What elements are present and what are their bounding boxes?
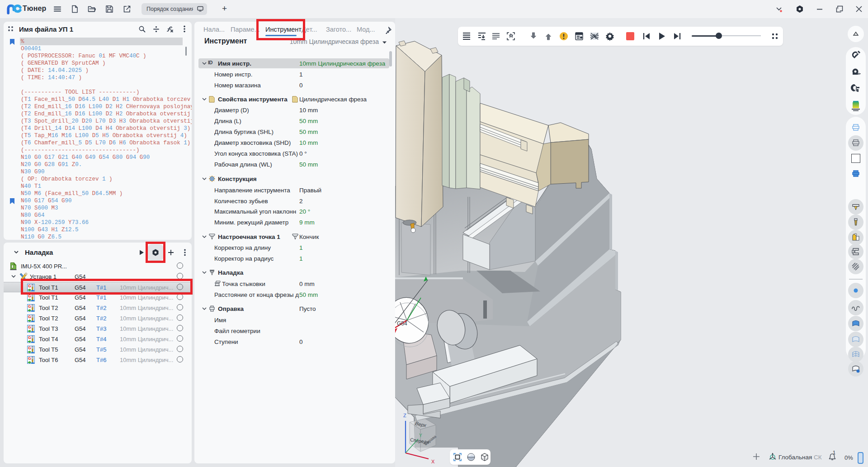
svg-text:Y: Y	[419, 433, 422, 438]
svg-text:1: 1	[833, 451, 835, 455]
svg-text:G: G	[28, 325, 31, 329]
svg-text:G54: G54	[397, 320, 407, 327]
svg-text:G: G	[28, 315, 31, 319]
svg-text:G: G	[28, 356, 31, 361]
svg-text:Z: Z	[403, 413, 406, 418]
svg-text:X: X	[431, 459, 435, 464]
svg-text:G: G	[28, 346, 31, 350]
svg-text:G: G	[28, 304, 31, 309]
svg-text:G: G	[28, 335, 31, 340]
